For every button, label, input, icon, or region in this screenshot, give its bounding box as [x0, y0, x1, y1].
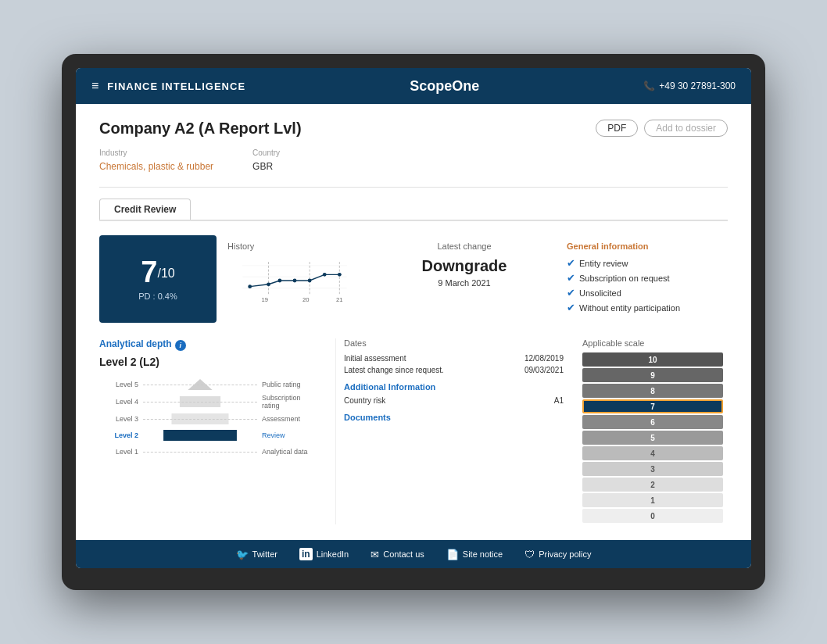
site-notice-icon: 📄: [446, 549, 459, 560]
country-risk-row: Country risk A1: [344, 396, 564, 405]
phone-info: 📞 +49 30 27891-300: [643, 80, 736, 91]
scale-2: 2: [582, 478, 723, 492]
gi-label-4: Without entity participation: [579, 303, 680, 313]
level5-bar: [143, 377, 257, 392]
svg-text:19: 19: [262, 296, 268, 303]
footer-linkedin-label: LinkedIn: [317, 549, 349, 559]
svg-text:21: 21: [336, 296, 342, 303]
scale-0: 0: [582, 509, 723, 523]
header-actions: PDF Add to dossier: [596, 120, 728, 137]
footer-privacy[interactable]: 🛡 Privacy policy: [524, 549, 591, 560]
app-logo: ScopeOne: [410, 78, 479, 95]
tab-credit-review[interactable]: Credit Review: [99, 199, 191, 220]
svg-rect-19: [163, 430, 237, 441]
latest-change-box: Latest change Downgrade 9 March 2021: [373, 235, 556, 323]
check-icon-3: ✔: [567, 287, 575, 299]
level3-label: Level 3: [107, 415, 143, 423]
check-icon-1: ✔: [567, 257, 575, 269]
scale-10: 10: [582, 352, 723, 367]
footer-contact-label: Contact us: [383, 549, 424, 559]
general-info-title: General information: [567, 242, 717, 251]
meta-row: Industry Chemicals, plastic & rubber Cou…: [99, 148, 728, 173]
check-icon-4: ✔: [567, 302, 575, 313]
pyramid-chart: Level 5 Public rating Level 4: [99, 377, 328, 459]
content-area: Company A2 (A Report Lvl) PDF Add to dos…: [76, 104, 751, 540]
svg-point-8: [278, 279, 282, 283]
footer-contact[interactable]: ✉ Contact us: [371, 549, 424, 560]
rating-number: 7: [141, 256, 157, 288]
privacy-icon: 🛡: [524, 549, 535, 560]
scale-1: 1: [582, 493, 723, 507]
gi-label-2: Subscription on request: [579, 274, 670, 283]
svg-point-6: [248, 284, 252, 288]
svg-point-11: [323, 273, 327, 277]
rating-display: 7/10: [141, 257, 174, 287]
gi-label-1: Entity review: [579, 259, 628, 268]
footer-site-notice[interactable]: 📄 Site notice: [446, 549, 503, 560]
footer-twitter[interactable]: 🐦 Twitter: [236, 549, 277, 560]
latest-change-since-label: Latest change since request.: [344, 366, 444, 374]
page-header: Company A2 (A Report Lvl) PDF Add to dos…: [99, 120, 728, 138]
scale-title: Applicable scale: [582, 338, 723, 348]
footer: 🐦 Twitter in LinkedIn ✉ Contact us 📄 Sit…: [76, 540, 751, 568]
analytical-depth-subtitle: Level 2 (L2): [99, 356, 328, 368]
industry-label: Industry: [99, 148, 213, 157]
general-info-box: General information ✔ Entity review ✔ Su…: [556, 235, 728, 323]
laptop-frame: ≡ FINANCE INTELLIGENCE ScopeOne 📞 +49 30…: [62, 54, 765, 590]
scale-3: 3: [582, 462, 723, 476]
pyramid-row-1: Level 1 Analytical data: [107, 445, 320, 459]
level3-bar: [143, 412, 257, 426]
add-dossier-button[interactable]: Add to dossier: [644, 120, 728, 137]
lower-section: Analytical depth i Level 2 (L2) Level 5: [99, 338, 728, 524]
svg-point-7: [267, 282, 270, 286]
scale-4: 4: [582, 446, 723, 460]
nav-left: ≡ FINANCE INTELLIGENCE: [91, 79, 245, 93]
level1-label: Level 1: [107, 448, 143, 456]
rating-box: 7/10 PD : 0.4%: [99, 235, 217, 323]
analytical-depth-title: Analytical depth: [99, 338, 172, 349]
info-icon[interactable]: i: [175, 340, 186, 351]
svg-point-12: [338, 273, 342, 277]
scale-section: Applicable scale 10 9 8 7 6 5 4 3 2 1 0: [571, 338, 728, 524]
country-risk-label: Country risk: [344, 396, 385, 405]
dates-title: Dates: [344, 338, 564, 348]
rating-pd: PD : 0.4%: [138, 292, 177, 301]
gi-no-entity: ✔ Without entity participation: [567, 302, 717, 313]
level1-right: Analytical data: [257, 448, 320, 456]
level4-bar: [143, 395, 257, 409]
check-icon-2: ✔: [567, 272, 575, 284]
country-risk-value: A1: [554, 396, 564, 405]
level4-label: Level 4: [107, 398, 143, 406]
pdf-button[interactable]: PDF: [596, 120, 638, 137]
laptop-screen: ≡ FINANCE INTELLIGENCE ScopeOne 📞 +49 30…: [76, 68, 751, 568]
gi-subscription: ✔ Subscription on request: [567, 272, 717, 284]
top-nav: ≡ FINANCE INTELLIGENCE ScopeOne 📞 +49 30…: [76, 68, 751, 104]
analytical-depth: Analytical depth i Level 2 (L2) Level 5: [99, 338, 335, 524]
hamburger-icon[interactable]: ≡: [91, 79, 99, 93]
footer-site-notice-label: Site notice: [463, 549, 503, 559]
level2-right[interactable]: Review: [257, 431, 320, 439]
latest-change-date: 9 March 2021: [384, 278, 545, 288]
industry-value[interactable]: Chemicals, plastic & rubber: [99, 161, 213, 172]
pyramid-row-3: Level 3 Assessment: [107, 412, 320, 426]
footer-linkedin[interactable]: in LinkedIn: [299, 548, 349, 560]
footer-twitter-label: Twitter: [252, 549, 277, 559]
level5-right: Public rating: [257, 381, 320, 388]
country-label: Country: [252, 148, 280, 157]
history-label: History: [227, 242, 362, 251]
initial-assessment-label: Initial assessment: [344, 354, 406, 363]
divider: [99, 187, 728, 188]
level2-label: Level 2: [107, 431, 143, 439]
level4-right: Subscription rating: [257, 394, 320, 410]
svg-point-10: [308, 279, 312, 283]
country-value: GBR: [252, 161, 273, 172]
level3-right: Assessment: [257, 415, 320, 423]
level2-bar: [143, 428, 257, 442]
phone-number: +49 30 27891-300: [659, 80, 736, 91]
svg-point-9: [293, 279, 297, 283]
history-box: History: [217, 235, 373, 323]
country-meta: Country GBR: [252, 148, 280, 173]
latest-change-since-value: 09/03/2021: [524, 366, 564, 374]
contact-icon: ✉: [371, 549, 379, 560]
footer-privacy-label: Privacy policy: [539, 549, 591, 559]
